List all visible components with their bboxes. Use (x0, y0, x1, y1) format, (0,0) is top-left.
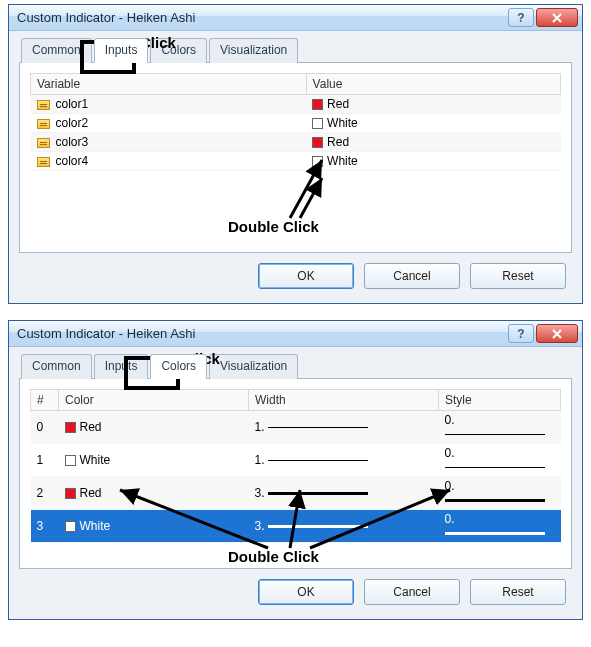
reset-button[interactable]: Reset (470, 263, 566, 289)
variable-name: color1 (56, 97, 89, 111)
width-value: 3. (255, 486, 265, 500)
table-row[interactable]: color2 White (31, 114, 561, 133)
close-button[interactable] (536, 324, 578, 343)
table-row[interactable]: 2 Red 3. 0. (31, 477, 561, 510)
width-value: 3. (255, 519, 265, 533)
inputs-table: Variable Value color1 Red color2 White c… (30, 73, 561, 171)
color-swatch (65, 455, 76, 466)
tab-visualization[interactable]: Visualization (209, 38, 298, 63)
color-label: Red (80, 420, 102, 434)
close-icon (551, 12, 563, 24)
color-label: White (327, 154, 358, 168)
variable-name: color2 (56, 116, 89, 130)
button-label: Reset (502, 269, 533, 283)
cancel-button[interactable]: Cancel (364, 263, 460, 289)
col-width: Width (255, 393, 286, 407)
tab-label: Inputs (105, 43, 138, 57)
tabstrip: Common Inputs Colors Visualization (19, 37, 572, 63)
button-row: OK Cancel Reset (19, 253, 572, 293)
tab-label: Colors (161, 359, 196, 373)
button-label: OK (297, 269, 314, 283)
style-preview (445, 434, 545, 435)
inputs-pane: Variable Value color1 Red color2 White c… (19, 63, 572, 253)
help-button[interactable]: ? (508, 8, 534, 27)
row-num: 2 (37, 486, 44, 500)
color-swatch (65, 521, 76, 532)
tab-label: Visualization (220, 43, 287, 57)
cancel-button[interactable]: Cancel (364, 579, 460, 605)
ok-button[interactable]: OK (258, 263, 354, 289)
table-row[interactable]: 0 Red 1. 0. (31, 411, 561, 444)
color-swatch (312, 118, 323, 129)
variable-name: color4 (56, 154, 89, 168)
variable-icon (37, 138, 50, 148)
color-swatch (312, 156, 323, 167)
titlebar[interactable]: Custom Indicator - Heiken Ashi ? (9, 5, 582, 31)
width-value: 1. (255, 453, 265, 467)
table-row[interactable]: color1 Red (31, 95, 561, 114)
tab-common[interactable]: Common (21, 38, 92, 63)
window-title: Custom Indicator - Heiken Ashi (17, 10, 506, 25)
width-value: 1. (255, 420, 265, 434)
row-num: 3 (37, 519, 44, 533)
width-preview (268, 525, 368, 528)
dialog-inputs: Custom Indicator - Heiken Ashi ? Common … (8, 4, 583, 304)
button-label: Reset (502, 585, 533, 599)
button-row: OK Cancel Reset (19, 569, 572, 609)
style-value: 0. (445, 446, 455, 460)
width-preview (268, 427, 368, 428)
color-label: Red (80, 486, 102, 500)
colors-pane: # Color Width Style 0 Red 1. 0. 1 White … (19, 379, 572, 569)
table-header: # Color Width Style (31, 390, 561, 411)
color-label: White (327, 116, 358, 130)
col-color: Color (65, 393, 94, 407)
tab-label: Common (32, 359, 81, 373)
tab-label: Inputs (105, 359, 138, 373)
table-row[interactable]: 1 White 1. 0. (31, 444, 561, 477)
help-icon: ? (517, 327, 524, 341)
tab-colors[interactable]: Colors (150, 354, 207, 379)
tab-inputs[interactable]: Inputs (94, 38, 149, 63)
variable-name: color3 (56, 135, 89, 149)
col-variable: Variable (37, 77, 80, 91)
color-label: White (80, 453, 111, 467)
tab-label: Visualization (220, 359, 287, 373)
row-num: 0 (37, 420, 44, 434)
style-preview (445, 532, 545, 535)
tabstrip: Common Inputs Colors Visualization (19, 353, 572, 379)
ok-button[interactable]: OK (258, 579, 354, 605)
color-swatch (65, 488, 76, 499)
tab-label: Colors (161, 43, 196, 57)
dialog-colors: Custom Indicator - Heiken Ashi ? Common … (8, 320, 583, 620)
colors-table: # Color Width Style 0 Red 1. 0. 1 White … (30, 389, 561, 543)
tab-inputs[interactable]: Inputs (94, 354, 149, 379)
col-value: Value (313, 77, 343, 91)
width-preview (268, 492, 368, 495)
table-row-selected[interactable]: 3 White 3. 0. (31, 510, 561, 543)
style-preview (445, 499, 545, 502)
variable-icon (37, 119, 50, 129)
style-value: 0. (445, 413, 455, 427)
table-header: Variable Value (31, 74, 561, 95)
style-value: 0. (445, 512, 455, 526)
reset-button[interactable]: Reset (470, 579, 566, 605)
col-style: Style (445, 393, 472, 407)
width-preview (268, 460, 368, 461)
style-value: 0. (445, 479, 455, 493)
col-num: # (37, 393, 44, 407)
titlebar[interactable]: Custom Indicator - Heiken Ashi ? (9, 321, 582, 347)
tab-common[interactable]: Common (21, 354, 92, 379)
table-row[interactable]: color3 Red (31, 133, 561, 152)
color-swatch (65, 422, 76, 433)
color-swatch (312, 137, 323, 148)
color-label: Red (327, 135, 349, 149)
variable-icon (37, 157, 50, 167)
tab-visualization[interactable]: Visualization (209, 354, 298, 379)
button-label: Cancel (393, 585, 430, 599)
tab-colors[interactable]: Colors (150, 38, 207, 63)
help-button[interactable]: ? (508, 324, 534, 343)
row-num: 1 (37, 453, 44, 467)
table-row[interactable]: color4 White (31, 152, 561, 171)
close-button[interactable] (536, 8, 578, 27)
color-label: Red (327, 97, 349, 111)
